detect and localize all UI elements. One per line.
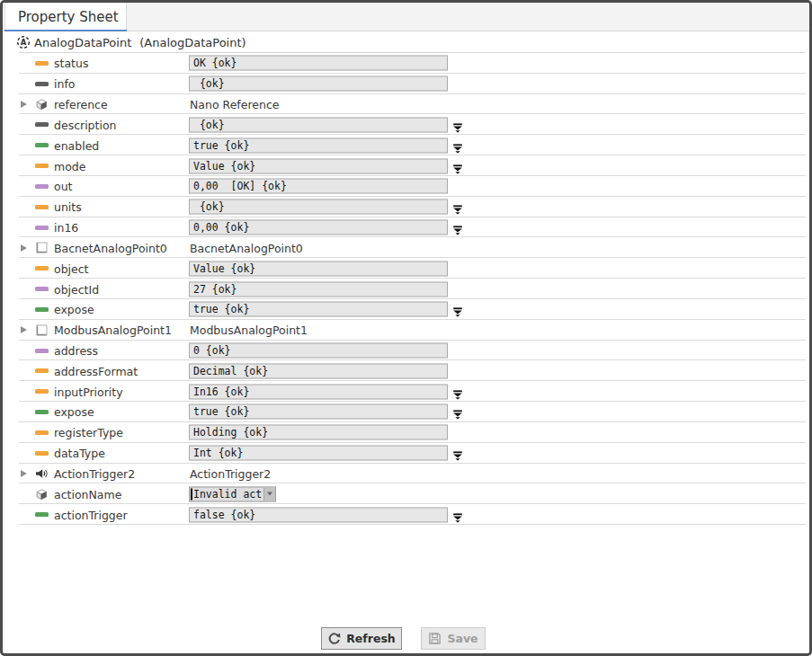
property-row-actionTrigger: actionTrigger false {ok} [3, 504, 809, 525]
property-row-mode: mode Value {ok} [3, 155, 809, 176]
square-icon [34, 323, 49, 337]
combo-dropdown-button[interactable] [263, 487, 275, 501]
property-label: BacnetAnalogPoint0 [54, 241, 167, 254]
value-field[interactable]: 0 {ok} [189, 343, 448, 359]
slot-orange-icon [34, 385, 49, 399]
property-row-out: out 0,00 [OK] {ok} [3, 176, 809, 197]
property-label: object [54, 262, 89, 275]
dropdown-chevron-icon[interactable] [452, 161, 463, 172]
property-row-addressFormat: addressFormat Decimal {ok} [3, 360, 809, 381]
refresh-label: Refresh [346, 632, 396, 645]
slot-purple-icon [34, 343, 49, 358]
dropdown-chevron-icon[interactable] [452, 448, 463, 458]
dropdown-chevron-icon[interactable] [452, 140, 463, 151]
value-field[interactable]: Decimal {ok} [189, 363, 448, 378]
property-row-object: object Value {ok} [3, 258, 809, 279]
slot-orange-icon [34, 56, 49, 70]
value-field[interactable]: {ok} [189, 76, 448, 92]
square-icon [34, 241, 49, 255]
value-field[interactable]: 27 {ok} [189, 281, 448, 297]
property-row-units: units {ok} [3, 197, 809, 217]
property-label: expose [54, 405, 94, 419]
svg-text:A: A [21, 38, 27, 47]
property-sheet-window: Property Sheet A AnalogDataPoint(AnalogD… [0, 0, 812, 656]
value-field[interactable]: Value {ok} [189, 158, 448, 173]
value-field[interactable]: {ok} [189, 117, 448, 132]
property-row-ModbusAnalogPoint1: ModbusAnalogPoint1 ModbusAnalogPoint1 [3, 320, 809, 341]
slot-green-icon [34, 508, 49, 522]
property-label: status [54, 57, 88, 70]
slot-green-icon [34, 302, 49, 316]
property-row-dataType: dataType Int {ok} [3, 443, 809, 464]
property-label: info [54, 77, 75, 91]
property-row-info: info {ok} [3, 74, 809, 94]
dropdown-chevron-icon[interactable] [452, 386, 463, 397]
slot-green-icon [34, 404, 49, 419]
property-row-description: description {ok} [3, 114, 809, 135]
property-row-enabled: enabled true {ok} [3, 135, 809, 155]
value-field[interactable]: Value {ok} [189, 261, 448, 276]
dropdown-chevron-icon[interactable] [452, 120, 463, 130]
property-label: inputPriority [54, 385, 123, 398]
value-field[interactable]: {ok} [189, 199, 448, 215]
slot-orange-icon [34, 425, 49, 439]
slot-purple-icon [34, 220, 49, 235]
root-component-row[interactable]: A AnalogDataPoint(AnalogDataPoint) [3, 31, 809, 53]
dropdown-chevron-icon[interactable] [452, 304, 463, 315]
save-label: Save [447, 632, 477, 645]
property-label: address [54, 344, 98, 358]
value-field[interactable]: OK {ok} [189, 56, 448, 71]
expander-icon[interactable] [21, 244, 27, 252]
property-row-ActionTrigger2: ActionTrigger2 ActionTrigger2 [3, 464, 809, 484]
dropdown-chevron-icon[interactable] [452, 222, 463, 233]
expander-icon[interactable] [21, 326, 27, 333]
chevron-down-icon [267, 492, 272, 496]
refresh-button[interactable]: Refresh [321, 627, 402, 650]
speaker-icon [34, 466, 49, 481]
value-field[interactable]: true {ok} [189, 404, 448, 420]
slot-orange-icon [34, 446, 49, 460]
property-label: expose [54, 303, 94, 316]
property-row-expose: expose true {ok} [3, 299, 809, 320]
slot-orange-icon [34, 199, 49, 214]
dropdown-chevron-icon[interactable] [452, 510, 463, 520]
value-field[interactable]: true {ok} [189, 137, 448, 153]
root-component-name: AnalogDataPoint(AnalogDataPoint) [34, 36, 246, 49]
slot-purple-icon [34, 282, 49, 297]
value-field[interactable]: false {ok} [189, 507, 448, 522]
cube-icon [34, 487, 49, 501]
property-label: ActionTrigger2 [54, 466, 135, 480]
property-row-expose: expose true {ok} [3, 402, 809, 422]
property-label: addressFormat [54, 364, 138, 377]
save-icon [428, 632, 442, 645]
slot-gray-icon [34, 118, 49, 132]
value-field[interactable]: 0,00 {ok} [189, 220, 448, 235]
analog-point-icon: A [16, 35, 31, 49]
dropdown-chevron-icon[interactable] [452, 201, 463, 212]
slot-green-icon [34, 138, 49, 153]
property-rows: status OK {ok} info {ok} reference Nano … [3, 53, 809, 525]
value-field[interactable]: 0,00 [OK] {ok} [189, 179, 448, 194]
save-button[interactable]: Save [421, 627, 486, 650]
property-label: units [54, 200, 82, 214]
property-row-reference: reference Nano Reference [3, 94, 809, 115]
tab-property-sheet[interactable]: Property Sheet [4, 3, 127, 31]
dropdown-chevron-icon[interactable] [452, 406, 463, 417]
property-label: ModbusAnalogPoint1 [54, 324, 172, 337]
expander-icon[interactable] [21, 101, 27, 108]
property-row-address: address 0 {ok} [3, 341, 809, 361]
property-label: in16 [54, 221, 78, 235]
value-field[interactable]: In16 {ok} [189, 384, 448, 399]
action-name-combobox[interactable]: Invalid act [189, 486, 276, 501]
combo-value: Invalid act [192, 487, 263, 501]
slot-orange-icon [34, 262, 49, 276]
property-row-in16: in16 0,00 {ok} [3, 217, 809, 238]
value-field[interactable]: true {ok} [189, 302, 448, 317]
expander-icon[interactable] [21, 470, 27, 477]
property-row-registerType: registerType Holding {ok} [3, 422, 809, 443]
value-field[interactable]: Int {ok} [189, 446, 448, 461]
component-value: BacnetAnalogPoint0 [190, 241, 303, 254]
property-label: dataType [54, 447, 105, 460]
value-field[interactable]: Holding {ok} [189, 425, 448, 440]
property-label: mode [54, 159, 85, 173]
